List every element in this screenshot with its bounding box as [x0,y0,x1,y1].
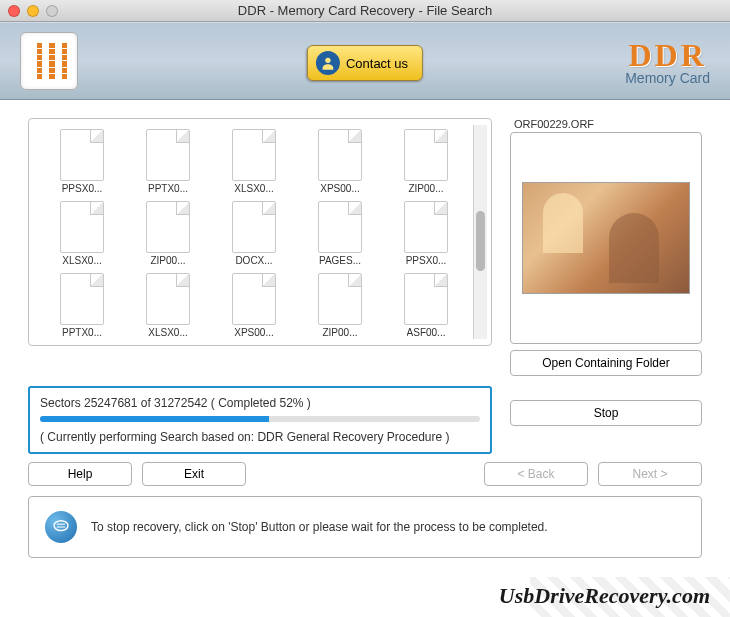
document-icon [146,129,190,181]
file-item[interactable]: PAGES... [297,197,383,269]
open-containing-folder-button[interactable]: Open Containing Folder [510,350,702,376]
progress-sectors-text: Sectors 25247681 of 31272542 ( Completed… [40,396,480,410]
file-item[interactable]: XLSX0... [211,125,297,197]
file-item[interactable]: ZIP00... [383,125,469,197]
window-title: DDR - Memory Card Recovery - File Search [238,3,492,18]
file-item[interactable]: PPTX0... [125,125,211,197]
file-item[interactable]: ZIP00... [125,197,211,269]
preview-filename: ORF00229.ORF [510,118,702,130]
back-button[interactable]: < Back [484,462,588,486]
footer-brand: UsbDriveRecovery.com [499,583,710,609]
document-icon [404,273,448,325]
app-logo [20,32,78,90]
file-label: ZIP00... [322,327,357,338]
close-window-button[interactable] [8,5,20,17]
scrollbar-thumb[interactable] [476,211,485,271]
file-item[interactable]: ZIP00... [297,269,383,339]
hint-text: To stop recovery, click on 'Stop' Button… [91,520,548,534]
file-item[interactable]: XPS00... [297,125,383,197]
content-area: PPSX0...PPTX0...XLSX0...XPS00...ZIP00...… [0,100,730,566]
file-list-panel: PPSX0...PPTX0...XLSX0...XPS00...ZIP00...… [28,118,492,376]
file-grid-scrollbar[interactable] [473,125,487,339]
file-label: PPSX0... [62,183,103,194]
titlebar: DDR - Memory Card Recovery - File Search [0,0,730,22]
file-item[interactable]: XLSX0... [39,197,125,269]
contact-us-label: Contact us [346,56,408,71]
progress-bar [40,416,480,422]
document-icon [404,201,448,253]
document-icon [318,273,362,325]
file-item[interactable]: DOCX... [211,197,297,269]
file-item[interactable]: PPSX0... [39,125,125,197]
file-label: ZIP00... [150,255,185,266]
preview-box [510,132,702,344]
brand-block: DDR Memory Card [625,37,710,86]
document-icon [146,273,190,325]
file-grid: PPSX0...PPTX0...XLSX0...XPS00...ZIP00...… [39,125,469,339]
file-item[interactable]: XLSX0... [125,269,211,339]
window-controls [8,5,58,17]
stop-button[interactable]: Stop [510,400,702,426]
preview-column: ORF00229.ORF Open Containing Folder [510,118,702,376]
exit-button[interactable]: Exit [142,462,246,486]
file-item[interactable]: XPS00... [211,269,297,339]
document-icon [404,129,448,181]
brand-sub: Memory Card [625,70,710,86]
document-icon [232,273,276,325]
file-item[interactable]: PPSX0... [383,197,469,269]
file-label: PPTX0... [148,183,188,194]
document-icon [232,201,276,253]
file-label: XPS00... [234,327,273,338]
document-icon [318,129,362,181]
document-icon [60,129,104,181]
file-label: XLSX0... [234,183,273,194]
progress-panel: Sectors 25247681 of 31272542 ( Completed… [28,386,492,454]
document-icon [146,201,190,253]
file-label: ASF00... [407,327,446,338]
file-label: PAGES... [319,255,361,266]
svg-point-1 [54,521,68,531]
minimize-window-button[interactable] [27,5,39,17]
document-icon [60,201,104,253]
next-button[interactable]: Next > [598,462,702,486]
progress-procedure-text: ( Currently performing Search based on: … [40,430,480,444]
zoom-window-button[interactable] [46,5,58,17]
header-band: Contact us DDR Memory Card [0,22,730,100]
progress-bar-fill [40,416,269,422]
file-label: DOCX... [235,255,272,266]
bottom-button-row: Help Exit < Back Next > [28,462,702,486]
contact-us-button[interactable]: Contact us [307,45,423,81]
file-label: PPSX0... [406,255,447,266]
file-label: XLSX0... [62,255,101,266]
file-label: XLSX0... [148,327,187,338]
svg-point-0 [325,58,330,63]
help-button[interactable]: Help [28,462,132,486]
document-icon [232,129,276,181]
file-item[interactable]: ASF00... [383,269,469,339]
file-item[interactable]: PPTX0... [39,269,125,339]
person-icon [316,51,340,75]
file-label: ZIP00... [408,183,443,194]
preview-image [522,182,690,294]
document-icon [318,201,362,253]
file-grid-container: PPSX0...PPTX0...XLSX0...XPS00...ZIP00...… [28,118,492,346]
file-label: PPTX0... [62,327,102,338]
brand-main: DDR [625,37,710,74]
chat-bubble-icon [45,511,77,543]
file-label: XPS00... [320,183,359,194]
document-icon [60,273,104,325]
logo-grid-icon [31,43,67,79]
hint-panel: To stop recovery, click on 'Stop' Button… [28,496,702,558]
